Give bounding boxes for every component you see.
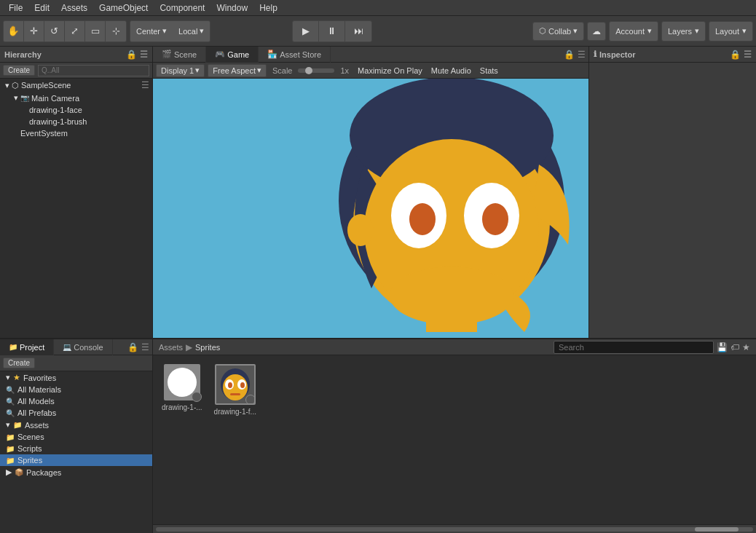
hierarchy-create-button[interactable]: Create	[3, 65, 35, 76]
assets-expand: ▾	[6, 420, 10, 430]
save-search-icon[interactable]: 💾	[717, 342, 728, 352]
bottom-tab-bar: 📁 Project 💻 Console 🔒 ☰	[0, 339, 152, 355]
all-models-label: All Models	[17, 397, 55, 406]
play-button[interactable]: ▶	[293, 21, 319, 42]
collab-button[interactable]: ⬡ Collab ▾	[532, 22, 584, 41]
scale-slider[interactable]	[298, 68, 334, 73]
assets-tree-label: Assets	[25, 421, 49, 430]
aspect-label: Free Aspect	[213, 66, 256, 75]
asset-item-brush[interactable]: drawing-1-...	[159, 361, 205, 419]
maximize-on-play-label[interactable]: Maximize On Play	[358, 66, 422, 75]
filter-icon[interactable]: 🏷	[731, 342, 739, 352]
center-menu-icon[interactable]: ☰	[578, 50, 586, 60]
tab-game[interactable]: 🎮 Game	[206, 47, 259, 63]
move-tool-button[interactable]: ✛	[24, 21, 44, 42]
inspector-menu-icon[interactable]: ☰	[744, 50, 752, 60]
tab-project[interactable]: 📁 Project	[0, 339, 54, 355]
hierarchy-search-input[interactable]	[38, 65, 149, 76]
aspect-dropdown[interactable]: Free Aspect ▾	[208, 64, 267, 77]
sprites-item[interactable]: 📁 Sprites	[0, 454, 152, 466]
bottom-layout: 📁 Project 💻 Console 🔒 ☰ Create ▾ ★ Favor…	[0, 338, 756, 533]
all-models-item[interactable]: 🔍 All Models	[0, 395, 152, 407]
rect-tool-button[interactable]: ▭	[85, 21, 106, 42]
tab-scene[interactable]: 🎬 Scene	[153, 47, 206, 63]
asset-face-label: drawing-1-f...	[214, 408, 256, 416]
main-camera-item[interactable]: ▾ 📷 Main Camera	[0, 92, 152, 104]
scene-menu-icon[interactable]: ☰	[141, 80, 149, 90]
menu-gameobject[interactable]: GameObject	[93, 1, 154, 15]
tab-game-icon: 🎮	[215, 50, 225, 59]
scene-name: SampleScene	[21, 81, 71, 90]
transform-tool-button[interactable]: ⊹	[106, 21, 126, 42]
favorites-label: Favorites	[23, 374, 56, 382]
tab-scene-label: Scene	[174, 50, 197, 59]
cloud-button[interactable]: ☁	[587, 22, 606, 41]
menu-file[interactable]: File	[3, 1, 28, 15]
star-icon[interactable]: ★	[742, 342, 750, 352]
hierarchy-item-label: Main Camera	[31, 94, 79, 103]
inspector-title: Inspector	[599, 50, 636, 59]
scene-root-item[interactable]: ▾ ⬡ SampleScene ☰	[0, 79, 152, 92]
hierarchy-lock-icon[interactable]: 🔒	[126, 50, 137, 60]
breadcrumb-assets[interactable]: Assets	[159, 343, 183, 352]
menu-help[interactable]: Help	[253, 1, 283, 15]
stats-label[interactable]: Stats	[480, 66, 498, 75]
assets-folder-icon: 📁	[13, 421, 22, 429]
bottom-menu-icon[interactable]: ☰	[141, 342, 149, 352]
tab-project-icon: 📁	[9, 343, 17, 351]
display-dropdown[interactable]: Display 1 ▾	[156, 64, 205, 77]
tab-console-label: Console	[74, 343, 103, 352]
hierarchy-icons: 🔒 ☰	[126, 50, 148, 60]
pause-button[interactable]: ⏸	[319, 21, 345, 42]
all-prefabs-item[interactable]: 🔍 All Prefabs	[0, 407, 152, 419]
favorites-expand: ▾	[6, 373, 10, 382]
project-search-input[interactable]	[554, 341, 714, 354]
inspector-lock-icon[interactable]: 🔒	[730, 50, 741, 60]
favorites-header[interactable]: ▾ ★ Favorites	[0, 371, 152, 384]
breadcrumb-sprites[interactable]: Sprites	[195, 343, 220, 352]
main-layout: Hierarchy 🔒 ☰ Create ▾ ⬡ SampleScene ☰ ▾…	[0, 47, 756, 338]
account-button[interactable]: Account ▾	[609, 21, 658, 42]
scenes-item[interactable]: 📁 Scenes	[0, 431, 152, 443]
layers-button[interactable]: Layers ▾	[661, 21, 706, 42]
all-materials-item[interactable]: 🔍 All Materials	[0, 384, 152, 395]
display-arrow: ▾	[195, 66, 200, 75]
menu-window[interactable]: Window	[210, 1, 253, 15]
hand-tool-button[interactable]: ✋	[4, 21, 24, 42]
space-button[interactable]: Local ▾	[173, 21, 210, 42]
tab-console[interactable]: 💻 Console	[54, 339, 112, 355]
menu-edit[interactable]: Edit	[28, 1, 55, 15]
all-materials-icon: 🔍	[6, 386, 15, 394]
drawing-brush-item[interactable]: drawing-1-brush	[0, 116, 152, 127]
asset-item-face[interactable]: drawing-1-f...	[211, 361, 259, 419]
layout-button[interactable]: Layout ▾	[709, 21, 753, 42]
drawing-face-item[interactable]: drawing-1-face	[0, 104, 152, 116]
bottom-lock-icon[interactable]: 🔒	[127, 342, 138, 352]
mute-audio-label[interactable]: Mute Audio	[431, 66, 471, 75]
scripts-item[interactable]: 📁 Scripts	[0, 443, 152, 454]
event-system-item[interactable]: EventSystem	[0, 127, 152, 139]
layers-dropdown-icon: ▾	[695, 26, 699, 36]
step-button[interactable]: ⏭	[345, 21, 371, 42]
pivot-button[interactable]: Center ▾	[130, 21, 173, 42]
hierarchy-menu-icon[interactable]: ☰	[140, 50, 148, 60]
packages-header[interactable]: ▶ 📦 Packages	[0, 466, 152, 478]
tab-asset-store[interactable]: 🏪 Asset Store	[259, 47, 331, 63]
favorites-star: ★	[13, 373, 20, 382]
project-action-buttons: Create 💾 🏷 ★	[554, 339, 750, 355]
packages-expand: ▶	[6, 467, 12, 477]
packages-label: Packages	[26, 468, 61, 477]
center-lock-icon[interactable]: 🔒	[564, 50, 575, 60]
menu-assets[interactable]: Assets	[55, 1, 93, 15]
scale-tool-button[interactable]: ⤢	[65, 21, 85, 42]
rotate-tool-button[interactable]: ↺	[44, 21, 65, 42]
assets-tree-header[interactable]: ▾ 📁 Assets	[0, 419, 152, 431]
svg-point-17	[228, 382, 232, 388]
menu-component[interactable]: Component	[154, 1, 210, 15]
inspector-header: ℹ Inspector 🔒 ☰	[589, 47, 756, 63]
layout-dropdown-icon: ▾	[742, 26, 747, 36]
all-models-icon: 🔍	[6, 398, 15, 406]
cloud-icon: ☁	[592, 26, 601, 36]
project-create-button[interactable]: Create	[3, 358, 35, 368]
scrollbar-track[interactable]	[156, 527, 753, 532]
